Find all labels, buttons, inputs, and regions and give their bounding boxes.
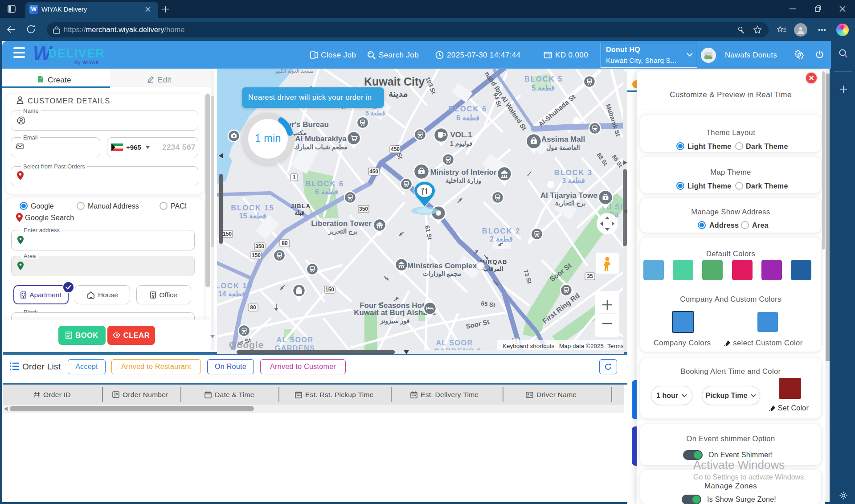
svg-text:LOCK 14: LOCK 14 [217, 282, 253, 290]
svg-text:AL SOOR: AL SOOR [276, 336, 313, 344]
svg-text:JIBLA: JIBLA [290, 203, 311, 209]
svg-text:150: 150 [223, 231, 232, 237]
svg-text:مجمع الوزارات: مجمع الوزارات [423, 270, 461, 278]
svg-text:قبلة: قبلة [295, 209, 304, 216]
svg-text:Terms: Terms [607, 343, 624, 349]
svg-text:1: 1 [293, 174, 296, 180]
svg-text:350: 350 [255, 243, 264, 250]
svg-text:Ministries Complex: Ministries Complex [407, 262, 477, 270]
svg-text:برج التجارية: برج التجارية [555, 200, 585, 207]
svg-text:Map data ©2025: Map data ©2025 [559, 343, 604, 349]
svg-text:14 قطعة: 14 قطعة [218, 290, 245, 298]
svg-text:Liberation Tower: Liberation Tower [311, 219, 372, 228]
svg-text:العاصمة مول: العاصمة مول [546, 144, 580, 152]
svg-text:Google: Google [229, 340, 264, 350]
svg-text:Ministry of Interior: Ministry of Interior [430, 168, 497, 176]
svg-text:AL SOOR: AL SOOR [436, 339, 473, 347]
svg-text:BLOCK 5: BLOCK 5 [524, 75, 563, 83]
svg-text:Keyboard shortcuts: Keyboard shortcuts [503, 343, 555, 349]
svg-text:BLOCK 15: BLOCK 15 [231, 204, 274, 212]
svg-text:VOL.1: VOL.1 [450, 131, 472, 139]
svg-text:150: 150 [252, 252, 261, 258]
svg-text:Al Tijaryia Tower: Al Tijaryia Tower [540, 191, 601, 200]
svg-text:BLOCK 2: BLOCK 2 [482, 227, 520, 235]
svg-text:مسجد الدولة الكبير: مسجد الدولة الكبير [274, 69, 314, 74]
svg-text:350: 350 [359, 206, 368, 212]
svg-text:Al Mubarakiya: Al Mubarakiya [295, 135, 347, 143]
svg-text:6 قطعة: 6 قطعة [456, 114, 479, 122]
svg-text:35: 35 [587, 273, 593, 279]
svg-text:قطعة 5: قطعة 5 [365, 110, 385, 117]
svg-text:6 قطعة: 6 قطعة [315, 188, 338, 196]
svg-text:المرقاب: المرقاب [483, 266, 503, 273]
svg-text:1 فوليوم: 1 فوليوم [450, 140, 472, 148]
svg-text:Kuwait City: Kuwait City [364, 75, 425, 88]
svg-text:وزارة الداخلية: وزارة الداخلية [446, 177, 481, 184]
svg-text:15 قطعة: 15 قطعة [239, 212, 266, 220]
svg-text:مطعم شباب المبارك: مطعم شباب المبارك [294, 143, 347, 151]
svg-text:450: 450 [391, 146, 400, 152]
svg-text:BLOCK 3: BLOCK 3 [554, 168, 593, 176]
svg-text:برج التحرير: برج التحرير [328, 228, 357, 235]
svg-text:80: 80 [282, 240, 288, 246]
svg-text:80: 80 [250, 304, 256, 311]
svg-text:150: 150 [325, 287, 334, 293]
svg-text:450: 450 [369, 168, 378, 175]
svg-text:BLOCK 6: BLOCK 6 [449, 105, 487, 113]
svg-text:Assima Mall: Assima Mall [541, 135, 585, 143]
svg-text:مدينة: مدينة [389, 89, 408, 98]
svg-text:5 قطعة: 5 قطعة [532, 84, 555, 92]
svg-text:فور سيزونز: فور سيزونز [380, 317, 410, 325]
svg-text:BLOCK 6: BLOCK 6 [306, 180, 344, 188]
svg-text:3 قطعة: 3 قطعة [562, 176, 585, 184]
svg-text:2 قطعة: 2 قطعة [490, 235, 513, 243]
